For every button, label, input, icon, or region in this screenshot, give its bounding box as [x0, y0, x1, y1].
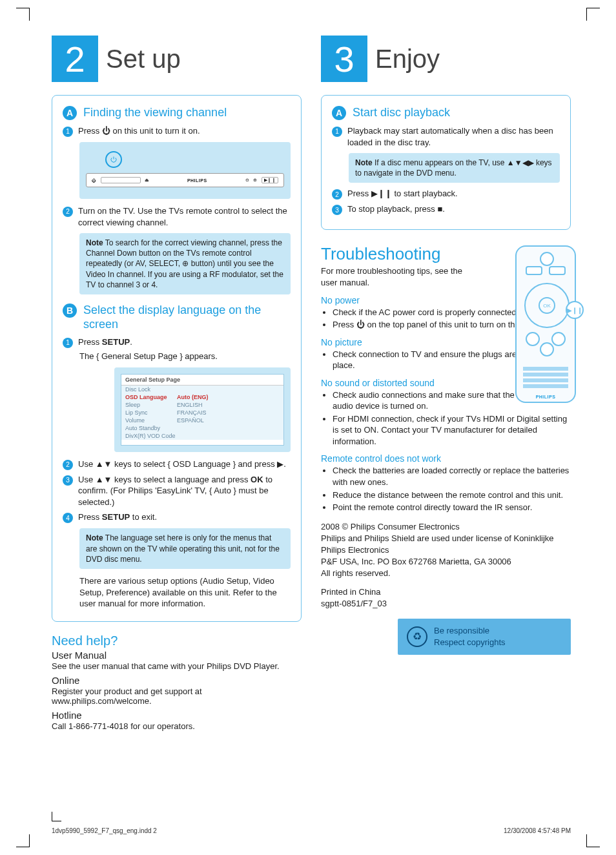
subsection-title: Start disc playback — [353, 106, 450, 120]
step: 1 Press ⏻ on this unit to turn it on. — [63, 125, 291, 137]
badge-a: A — [332, 106, 346, 120]
remote-illustration: OK ▶❙❙ PHILIPS — [515, 245, 573, 403]
badge-b: B — [63, 304, 77, 318]
note-box: Note If a disc menu appears on the TV, u… — [349, 153, 560, 183]
remote-button — [526, 266, 542, 275]
next-icon: ⊕ — [253, 178, 258, 183]
section-3-header: 3 Enjoy — [321, 36, 571, 82]
be-responsible-box: ♻ Be responsible Respect copyrights — [398, 619, 571, 655]
menu-row: Auto Standby — [121, 424, 283, 432]
step: 2 Press ▶❙❙ to start playback. — [332, 188, 560, 200]
step: 2 Turn on the TV. Use the TVs remote con… — [63, 205, 291, 228]
menu-row: SleepENGLISH — [121, 401, 283, 409]
crop-mark — [29, 8, 30, 21]
crop-mark — [586, 834, 587, 847]
section-number: 2 — [52, 36, 98, 82]
eject-icon: ⏏ — [145, 178, 150, 183]
crop-mark — [587, 8, 600, 8]
play-pause-icon: ▶❙❙ — [262, 177, 279, 183]
crop-mark — [16, 847, 29, 847]
badge-a: A — [63, 106, 77, 120]
panel-setup: A Finding the viewing channel 1 Press ⏻ … — [52, 95, 302, 622]
step: 2 Use ▲▼ keys to select { OSD Language }… — [63, 458, 291, 470]
ts-item: Point the remote control directly toward… — [333, 502, 571, 513]
section-number: 3 — [321, 36, 367, 82]
remote-button — [551, 332, 566, 346]
osd-menu-screenshot: General Setup Page Disc LockOSD Language… — [114, 367, 291, 452]
help-text: Register your product and get support at… — [52, 686, 302, 706]
legal-block: 2008 © Philips Consumer Electronics Phil… — [321, 521, 571, 655]
ts-item: Check the batteries are loaded correctly… — [333, 465, 571, 488]
recycle-icon: ♻ — [407, 626, 427, 647]
page-footer: 1dvp5990_5992_F7_qsg_eng.indd 2 12/30/20… — [52, 827, 571, 834]
help-text: See the user manual that came with your … — [52, 661, 302, 671]
disc-tray — [101, 177, 141, 183]
footer-timestamp: 12/30/2008 4:57:48 PM — [504, 827, 571, 834]
device-illustration: ⏻ ⏏ PHILIPS ⊖ ⊕ ▶❙❙ — [79, 142, 291, 199]
ts-group-label: Remote control does not work — [321, 453, 571, 464]
step-sub: The { General Setup Page } appears. — [79, 351, 291, 362]
help-subhead: Hotline — [52, 710, 302, 721]
ts-item: For HDMI connection, check if your TVs H… — [333, 413, 571, 448]
power-icon: ⏻ — [92, 178, 97, 183]
crop-mark — [52, 812, 61, 821]
subsection-title: Select the display language on the scree… — [83, 304, 291, 331]
ts-item: Reduce the distance between the remote c… — [333, 489, 571, 501]
crop-mark — [587, 847, 600, 847]
step: 1 Press SETUP. — [63, 336, 291, 348]
menu-row: Disc Lock — [121, 386, 283, 393]
paragraph: There are various setup options (Audio S… — [79, 575, 291, 610]
crop-mark — [29, 834, 30, 847]
crop-mark — [16, 8, 29, 8]
note-box: Note The language set here is only for t… — [79, 528, 291, 569]
footer-filename: 1dvp5990_5992_F7_qsg_eng.indd 2 — [52, 827, 157, 834]
crop-mark — [586, 8, 587, 21]
remote-stop-button — [540, 342, 554, 356]
section-title: Set up — [106, 45, 181, 74]
power-icon — [105, 151, 122, 168]
panel-enjoy: A Start disc playback 1 Playback may sta… — [321, 95, 571, 230]
step: 4 Press SETUP to exit. — [63, 511, 291, 523]
brand-label: PHILIPS — [153, 178, 241, 183]
prev-icon: ⊖ — [245, 178, 250, 183]
step: 3 To stop playback, press ■. — [332, 203, 560, 215]
menu-row: DivX(R) VOD Code — [121, 432, 283, 440]
remote-logo: PHILIPS — [517, 395, 575, 399]
section-title: Enjoy — [375, 45, 440, 74]
remote-power-icon — [540, 252, 554, 266]
menu-row: VolumeESPAÑOL — [121, 417, 283, 424]
remote-play-pause-button: ▶❙❙ — [566, 301, 584, 319]
menu-row: Lip SyncFRANÇAIS — [121, 409, 283, 417]
remote-button — [549, 266, 566, 275]
note-box: Note To search for the correct viewing c… — [79, 233, 291, 294]
help-subhead: Online — [52, 675, 302, 686]
help-text: Call 1-866-771-4018 for our operators. — [52, 721, 302, 731]
troubleshooting-sub: For more troubleshooting tips, see the u… — [321, 265, 463, 288]
menu-row: OSD LanguageAuto (ENG) — [121, 393, 283, 401]
ts-list: Check the batteries are loaded correctly… — [333, 465, 571, 513]
subsection-title: Finding the viewing channel — [83, 106, 227, 120]
remote-button — [526, 332, 540, 346]
step: 3 Use ▲▼ keys to select a language and p… — [63, 474, 291, 508]
need-help-title: Need help? — [52, 634, 302, 648]
help-subhead: User Manual — [52, 650, 302, 661]
section-2-header: 2 Set up — [52, 36, 302, 82]
step: 1 Playback may start automatically when … — [332, 125, 560, 148]
